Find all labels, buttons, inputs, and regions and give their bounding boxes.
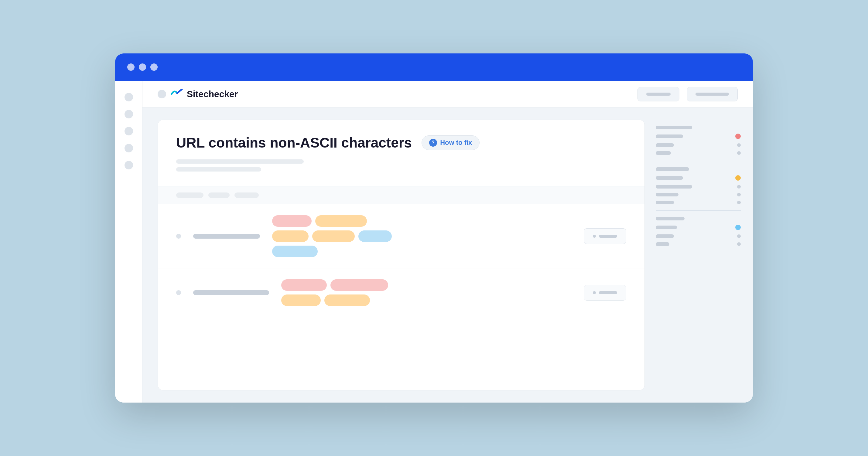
topbar-button-2[interactable]: [687, 87, 738, 101]
rs-bar: [656, 201, 674, 204]
rs-row: [656, 175, 741, 181]
rs-status-dot-blue: [735, 225, 741, 230]
rs-status-dot-orange: [735, 175, 741, 181]
rs-bar: [656, 134, 683, 138]
tag-orange-4: [281, 294, 321, 306]
action-bar: [599, 235, 617, 238]
tag-pink-3: [331, 279, 388, 291]
left-sidebar: [115, 81, 143, 402]
row-url-1: [193, 234, 260, 239]
browser-content: Sitechecker URL contains non-AS: [115, 81, 753, 402]
rs-section-1: [656, 120, 741, 161]
tag-blue-2: [272, 246, 318, 257]
sidebar-nav-item-5: [125, 161, 133, 169]
topbar: Sitechecker: [143, 81, 753, 107]
row-action-button-2[interactable]: [584, 285, 626, 300]
traffic-light-2: [139, 63, 146, 71]
question-mark-icon: ?: [429, 139, 437, 146]
traffic-lights: [127, 63, 158, 71]
rs-bar: [656, 126, 692, 129]
rs-bar: [656, 193, 679, 196]
panel-title-row: URL contains non-ASCII characters ? How …: [176, 134, 626, 151]
tag-pink-1: [272, 215, 312, 227]
rs-bar: [656, 242, 670, 246]
logo: Sitechecker: [170, 89, 238, 100]
rs-bar: [656, 167, 689, 171]
rs-small-dot: [737, 185, 741, 189]
rs-bar: [656, 151, 671, 155]
row-url-2: [193, 290, 269, 295]
rs-bar: [656, 176, 683, 180]
row-tags-1: [272, 215, 571, 257]
sidebar-nav-item-1: [125, 93, 133, 101]
rs-small-dot: [737, 201, 741, 204]
filter-row: [158, 186, 645, 204]
action-bar-2: [599, 291, 617, 294]
sidebar-nav-item-2: [125, 110, 133, 119]
rs-row: [656, 126, 741, 129]
tag-orange-3: [312, 230, 355, 242]
rs-row: [656, 143, 741, 147]
rs-small-dot: [737, 234, 741, 238]
table-row: [158, 268, 645, 317]
panel-header: URL contains non-ASCII characters ? How …: [158, 120, 645, 186]
tag-blue-1: [359, 230, 392, 242]
rs-row: [656, 242, 741, 246]
rs-row: [656, 134, 741, 139]
action-dot-2: [593, 291, 596, 294]
rs-small-dot: [737, 242, 741, 246]
sitechecker-logo-icon: [170, 89, 184, 100]
action-dot: [593, 235, 596, 238]
rs-small-dot: [737, 143, 741, 147]
filter-pill-1[interactable]: [176, 193, 204, 198]
traffic-light-1: [127, 63, 134, 71]
table-row: [158, 204, 645, 268]
page-title: URL contains non-ASCII characters: [176, 134, 412, 151]
row-indicator-2: [176, 290, 181, 295]
rs-row: [656, 193, 741, 196]
rs-row: [656, 225, 741, 230]
how-to-fix-label: How to fix: [440, 139, 472, 146]
filter-pill-3[interactable]: [235, 193, 259, 198]
rs-section-2: [656, 161, 741, 211]
right-sidebar: [656, 120, 741, 390]
topbar-button-1[interactable]: [638, 87, 679, 101]
rs-bar: [656, 143, 674, 147]
rs-row: [656, 201, 741, 204]
tag-orange-2: [272, 230, 309, 242]
rs-row: [656, 185, 741, 189]
topbar-btn-bar-1: [646, 93, 671, 96]
description-line-2: [176, 167, 261, 171]
table-body: [158, 204, 645, 390]
rs-row: [656, 217, 741, 220]
tag-orange-1: [315, 215, 367, 227]
browser-window: Sitechecker URL contains non-AS: [115, 54, 753, 402]
logo-text: Sitechecker: [187, 89, 238, 99]
rs-row: [656, 167, 741, 171]
content-wrapper: URL contains non-ASCII characters ? How …: [143, 107, 753, 402]
row-action-button-1[interactable]: [584, 228, 626, 244]
rs-small-dot: [737, 151, 741, 155]
logo-circle: [158, 90, 166, 98]
logo-area: Sitechecker: [158, 89, 630, 100]
rs-status-dot-red: [735, 134, 741, 139]
sidebar-nav-item-3: [125, 127, 133, 135]
center-panel: URL contains non-ASCII characters ? How …: [158, 120, 645, 390]
rs-row: [656, 151, 741, 155]
rs-small-dot: [737, 193, 741, 196]
traffic-light-3: [150, 63, 158, 71]
row-tags-2: [281, 279, 571, 306]
topbar-btn-bar-2: [695, 93, 729, 96]
sidebar-nav-item-4: [125, 144, 133, 153]
how-to-fix-button[interactable]: ? How to fix: [422, 135, 479, 150]
tag-pink-2: [281, 279, 327, 291]
rs-section-3: [656, 211, 741, 252]
row-indicator-1: [176, 234, 181, 239]
browser-titlebar: [115, 54, 753, 81]
tag-orange-5: [324, 294, 370, 306]
main-area: Sitechecker URL contains non-AS: [143, 81, 753, 402]
rs-row: [656, 234, 741, 238]
filter-pill-2[interactable]: [208, 193, 229, 198]
rs-bar: [656, 226, 677, 229]
description-line-1: [176, 159, 304, 164]
